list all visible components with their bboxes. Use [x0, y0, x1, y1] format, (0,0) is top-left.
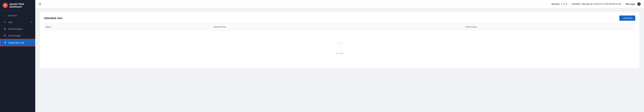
commit-value: 69ecda0 @ 2023-03-17T10:30:06+01:00 — [582, 3, 621, 5]
sidebar-title: Apache Flink Dashboard — [10, 3, 32, 8]
topbar: ☰ Version: 1.17.0 | Commit: 69ecda0 @ 20… — [35, 0, 644, 8]
chevron-down-icon: ▾ — [31, 21, 32, 23]
sidebar-item-label: Submit New Job — [8, 41, 24, 44]
flink-logo: F — [3, 2, 8, 9]
sidebar-item-label: Jobs — [8, 21, 12, 23]
sidebar-nav: ○ Overview ≡ Jobs ▾ ⊞ Task Managers ⊞ Jo… — [0, 11, 35, 112]
page-body: Uploaded Jars + Add New Name Upload Time… — [35, 8, 644, 112]
col-header-upload-time: Upload Time — [214, 26, 466, 28]
task-managers-icon: ⊞ — [3, 27, 6, 30]
sidebar: F Apache Flink Dashboard ○ Overview ≡ Jo… — [0, 0, 35, 112]
sidebar-item-label: Overview — [8, 14, 17, 17]
svg-text:F: F — [4, 4, 6, 7]
add-new-button[interactable]: + Add New — [619, 16, 635, 21]
table-header: Name Upload Time Entry Class — [44, 23, 635, 30]
col-header-name: Name — [45, 26, 214, 28]
version-label: Version: — [551, 3, 560, 5]
overview-icon: ○ — [3, 14, 6, 17]
topbar-left: ☰ — [38, 2, 41, 6]
topbar-right: Version: 1.17.0 | Commit: 69ecda0 @ 2023… — [551, 2, 641, 6]
main-content: ☰ Version: 1.17.0 | Commit: 69ecda0 @ 20… — [35, 0, 644, 112]
sidebar-item-jobs[interactable]: ≡ Jobs ▾ — [0, 19, 35, 25]
sidebar-item-task-managers[interactable]: ⊞ Task Managers — [0, 25, 35, 32]
sidebar-item-label: Task Managers — [8, 28, 23, 30]
sidebar-item-submit-new-job[interactable]: ⬆ Submit New Job — [0, 39, 35, 46]
page-title: Uploaded Jars — [44, 17, 62, 20]
message-label: Message: — [626, 3, 636, 5]
commit-label: Commit: — [572, 3, 580, 5]
no-data-container: No Data — [44, 30, 635, 65]
hamburger-icon[interactable]: ☰ — [38, 2, 41, 6]
submit-job-icon: ⬆ — [4, 41, 7, 44]
no-data-text: No Data — [336, 52, 344, 55]
sidebar-header: F Apache Flink Dashboard — [0, 0, 35, 11]
no-data-icon — [336, 40, 344, 50]
sidebar-item-label: Job Manager — [8, 34, 21, 37]
sidebar-item-job-manager[interactable]: ⊞ Job Manager — [0, 32, 35, 39]
card-header: Uploaded Jars + Add New — [44, 16, 635, 21]
version-value: 1.17.0 — [561, 3, 567, 5]
message-count-badge: 0 — [637, 2, 641, 6]
uploaded-jars-card: Uploaded Jars + Add New Name Upload Time… — [40, 12, 639, 68]
jobs-icon: ≡ — [3, 21, 6, 24]
sidebar-item-overview[interactable]: ○ Overview — [0, 12, 35, 19]
col-header-entry-class: Entry Class — [466, 26, 634, 28]
job-manager-icon: ⊞ — [3, 34, 6, 37]
